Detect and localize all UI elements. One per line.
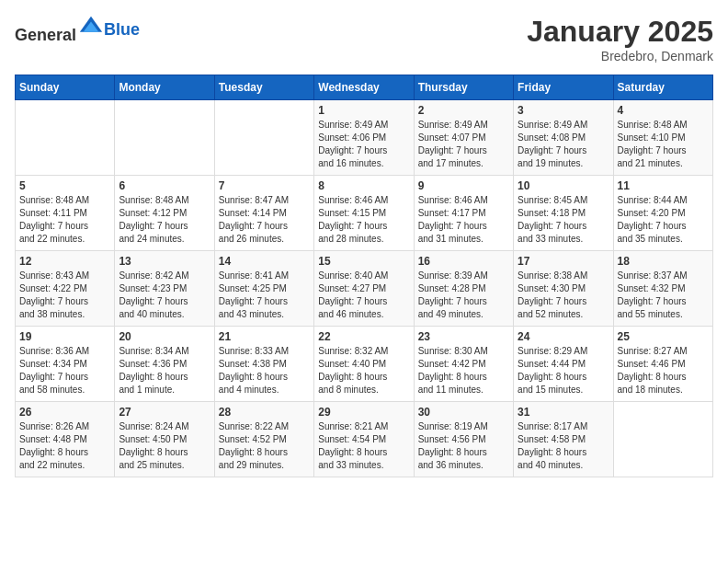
cell-content: Sunrise: 8:38 AM Sunset: 4:30 PM Dayligh… xyxy=(518,270,609,321)
day-number: 20 xyxy=(119,330,210,343)
day-number: 24 xyxy=(518,330,609,343)
day-number: 4 xyxy=(618,104,709,117)
weekday-header-row: SundayMondayTuesdayWednesdayThursdayFrid… xyxy=(16,75,713,100)
calendar-week-row: 19Sunrise: 8:36 AM Sunset: 4:34 PM Dayli… xyxy=(16,327,713,402)
day-number: 22 xyxy=(318,330,409,343)
calendar-cell: 3Sunrise: 8:49 AM Sunset: 4:08 PM Daylig… xyxy=(514,100,613,176)
calendar-cell: 27Sunrise: 8:24 AM Sunset: 4:50 PM Dayli… xyxy=(115,402,214,477)
cell-content: Sunrise: 8:19 AM Sunset: 4:56 PM Dayligh… xyxy=(418,420,509,472)
weekday-header-saturday: Saturday xyxy=(613,75,712,100)
logo-general: General xyxy=(15,26,76,44)
day-number: 7 xyxy=(219,179,310,192)
cell-content: Sunrise: 8:33 AM Sunset: 4:38 PM Dayligh… xyxy=(219,345,310,396)
calendar-cell: 15Sunrise: 8:40 AM Sunset: 4:27 PM Dayli… xyxy=(314,251,414,327)
cell-content: Sunrise: 8:32 AM Sunset: 4:40 PM Dayligh… xyxy=(318,345,409,396)
cell-content: Sunrise: 8:48 AM Sunset: 4:11 PM Dayligh… xyxy=(19,194,110,246)
day-number: 6 xyxy=(119,179,210,192)
cell-content: Sunrise: 8:27 AM Sunset: 4:46 PM Dayligh… xyxy=(618,345,709,396)
day-number: 28 xyxy=(219,406,310,419)
cell-content: Sunrise: 8:24 AM Sunset: 4:50 PM Dayligh… xyxy=(119,420,210,472)
calendar-cell: 30Sunrise: 8:19 AM Sunset: 4:56 PM Dayli… xyxy=(414,402,513,477)
cell-content: Sunrise: 8:30 AM Sunset: 4:42 PM Dayligh… xyxy=(418,345,509,396)
calendar-cell: 18Sunrise: 8:37 AM Sunset: 4:32 PM Dayli… xyxy=(613,251,712,327)
cell-content: Sunrise: 8:44 AM Sunset: 4:20 PM Dayligh… xyxy=(618,194,709,246)
logo-icon xyxy=(78,15,104,40)
calendar-cell: 9Sunrise: 8:46 AM Sunset: 4:17 PM Daylig… xyxy=(414,176,513,251)
calendar-cell xyxy=(613,402,712,477)
calendar-week-row: 12Sunrise: 8:43 AM Sunset: 4:22 PM Dayli… xyxy=(16,251,713,327)
calendar-cell xyxy=(16,100,115,176)
weekday-header-wednesday: Wednesday xyxy=(314,75,414,100)
calendar-week-row: 5Sunrise: 8:48 AM Sunset: 4:11 PM Daylig… xyxy=(16,176,713,251)
cell-content: Sunrise: 8:45 AM Sunset: 4:18 PM Dayligh… xyxy=(518,194,609,246)
day-number: 16 xyxy=(418,255,509,268)
day-number: 10 xyxy=(518,179,609,192)
day-number: 1 xyxy=(318,104,409,117)
day-number: 29 xyxy=(318,406,409,419)
calendar-cell: 21Sunrise: 8:33 AM Sunset: 4:38 PM Dayli… xyxy=(214,327,313,402)
calendar-cell: 2Sunrise: 8:49 AM Sunset: 4:07 PM Daylig… xyxy=(414,100,513,176)
day-number: 27 xyxy=(119,406,210,419)
day-number: 18 xyxy=(618,255,709,268)
calendar-cell: 12Sunrise: 8:43 AM Sunset: 4:22 PM Dayli… xyxy=(16,251,115,327)
calendar-cell: 25Sunrise: 8:27 AM Sunset: 4:46 PM Dayli… xyxy=(613,327,712,402)
calendar-cell: 1Sunrise: 8:49 AM Sunset: 4:06 PM Daylig… xyxy=(314,100,414,176)
calendar-cell: 10Sunrise: 8:45 AM Sunset: 4:18 PM Dayli… xyxy=(514,176,613,251)
calendar-cell: 13Sunrise: 8:42 AM Sunset: 4:23 PM Dayli… xyxy=(115,251,214,327)
calendar-cell: 7Sunrise: 8:47 AM Sunset: 4:14 PM Daylig… xyxy=(214,176,313,251)
calendar-cell: 8Sunrise: 8:46 AM Sunset: 4:15 PM Daylig… xyxy=(314,176,414,251)
cell-content: Sunrise: 8:41 AM Sunset: 4:25 PM Dayligh… xyxy=(219,270,310,321)
logo: General Blue xyxy=(15,15,140,45)
day-number: 23 xyxy=(418,330,509,343)
calendar-cell: 11Sunrise: 8:44 AM Sunset: 4:20 PM Dayli… xyxy=(613,176,712,251)
calendar-cell: 31Sunrise: 8:17 AM Sunset: 4:58 PM Dayli… xyxy=(514,402,613,477)
cell-content: Sunrise: 8:22 AM Sunset: 4:52 PM Dayligh… xyxy=(219,420,310,472)
cell-content: Sunrise: 8:26 AM Sunset: 4:48 PM Dayligh… xyxy=(19,420,110,472)
cell-content: Sunrise: 8:48 AM Sunset: 4:10 PM Dayligh… xyxy=(618,119,709,170)
cell-content: Sunrise: 8:49 AM Sunset: 4:06 PM Dayligh… xyxy=(318,119,409,170)
calendar-cell: 14Sunrise: 8:41 AM Sunset: 4:25 PM Dayli… xyxy=(214,251,313,327)
day-number: 21 xyxy=(219,330,310,343)
day-number: 19 xyxy=(19,330,110,343)
calendar-cell xyxy=(115,100,214,176)
location-subtitle: Bredebro, Denmark xyxy=(527,49,713,63)
weekday-header-tuesday: Tuesday xyxy=(214,75,313,100)
cell-content: Sunrise: 8:42 AM Sunset: 4:23 PM Dayligh… xyxy=(119,270,210,321)
cell-content: Sunrise: 8:49 AM Sunset: 4:08 PM Dayligh… xyxy=(518,119,609,170)
month-title: January 2025 xyxy=(527,15,713,49)
day-number: 15 xyxy=(318,255,409,268)
calendar-cell: 29Sunrise: 8:21 AM Sunset: 4:54 PM Dayli… xyxy=(314,402,414,477)
day-number: 12 xyxy=(19,255,110,268)
calendar-cell: 28Sunrise: 8:22 AM Sunset: 4:52 PM Dayli… xyxy=(214,402,313,477)
cell-content: Sunrise: 8:29 AM Sunset: 4:44 PM Dayligh… xyxy=(518,345,609,396)
calendar-cell: 6Sunrise: 8:48 AM Sunset: 4:12 PM Daylig… xyxy=(115,176,214,251)
calendar-cell: 17Sunrise: 8:38 AM Sunset: 4:30 PM Dayli… xyxy=(514,251,613,327)
cell-content: Sunrise: 8:36 AM Sunset: 4:34 PM Dayligh… xyxy=(19,345,110,396)
calendar-cell: 4Sunrise: 8:48 AM Sunset: 4:10 PM Daylig… xyxy=(613,100,712,176)
day-number: 8 xyxy=(318,179,409,192)
calendar-cell: 26Sunrise: 8:26 AM Sunset: 4:48 PM Dayli… xyxy=(16,402,115,477)
cell-content: Sunrise: 8:40 AM Sunset: 4:27 PM Dayligh… xyxy=(318,270,409,321)
cell-content: Sunrise: 8:46 AM Sunset: 4:17 PM Dayligh… xyxy=(418,194,509,246)
day-number: 3 xyxy=(518,104,609,117)
calendar-cell xyxy=(214,100,313,176)
calendar-cell: 19Sunrise: 8:36 AM Sunset: 4:34 PM Dayli… xyxy=(16,327,115,402)
day-number: 25 xyxy=(618,330,709,343)
title-block: January 2025 Bredebro, Denmark xyxy=(527,15,713,63)
day-number: 30 xyxy=(418,406,509,419)
cell-content: Sunrise: 8:46 AM Sunset: 4:15 PM Dayligh… xyxy=(318,194,409,246)
day-number: 31 xyxy=(518,406,609,419)
day-number: 13 xyxy=(119,255,210,268)
day-number: 17 xyxy=(518,255,609,268)
cell-content: Sunrise: 8:34 AM Sunset: 4:36 PM Dayligh… xyxy=(119,345,210,396)
calendar-table: SundayMondayTuesdayWednesdayThursdayFrid… xyxy=(15,75,713,477)
calendar-cell: 5Sunrise: 8:48 AM Sunset: 4:11 PM Daylig… xyxy=(16,176,115,251)
calendar-cell: 24Sunrise: 8:29 AM Sunset: 4:44 PM Dayli… xyxy=(514,327,613,402)
calendar-week-row: 26Sunrise: 8:26 AM Sunset: 4:48 PM Dayli… xyxy=(16,402,713,477)
calendar-cell: 20Sunrise: 8:34 AM Sunset: 4:36 PM Dayli… xyxy=(115,327,214,402)
day-number: 5 xyxy=(19,179,110,192)
calendar-cell: 22Sunrise: 8:32 AM Sunset: 4:40 PM Dayli… xyxy=(314,327,414,402)
cell-content: Sunrise: 8:49 AM Sunset: 4:07 PM Dayligh… xyxy=(418,119,509,170)
cell-content: Sunrise: 8:37 AM Sunset: 4:32 PM Dayligh… xyxy=(618,270,709,321)
cell-content: Sunrise: 8:47 AM Sunset: 4:14 PM Dayligh… xyxy=(219,194,310,246)
